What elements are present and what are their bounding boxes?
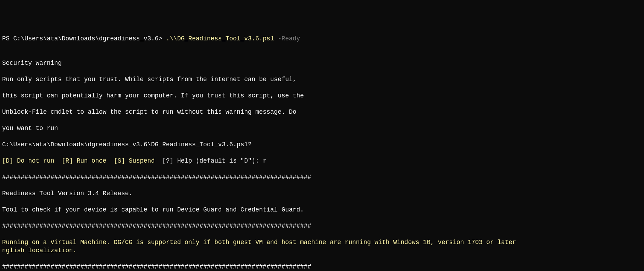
terminal-output[interactable]: PS C:\Users\ata\Downloads\dgreadiness_v3… <box>2 35 642 271</box>
tool-description: Tool to check if your device is capable … <box>2 206 642 214</box>
divider: ########################################… <box>2 222 642 230</box>
security-warning-title: Security warning <box>2 59 642 67</box>
divider: ########################################… <box>2 173 642 181</box>
security-warning-path: C:\Users\ata\Downloads\dgreadiness_v3.6\… <box>2 141 642 149</box>
command-flag: -Ready <box>278 35 300 42</box>
tool-version: Readiness Tool Version 3.4 Release. <box>2 190 642 198</box>
vm-warning: Running on a Virtual Machine. DG/CG is s… <box>2 238 642 255</box>
run-options: [D] Do not run [R] Run once [S] Suspend <box>2 157 155 164</box>
divider: ########################################… <box>2 263 642 271</box>
security-warning-text: this script can potentially harm your co… <box>2 92 642 100</box>
run-options-help: [?] Help (default is "D"): r <box>155 157 267 164</box>
ps-prompt-prefix: PS C:\Users\ata\Downloads\dgreadiness_v3… <box>2 35 166 42</box>
security-warning-text: you want to run <box>2 124 642 132</box>
security-warning-text: Run only scripts that you trust. While s… <box>2 75 642 84</box>
command-text: .\\DG_Readiness_Tool_v3.6.ps1 <box>166 35 278 42</box>
security-warning-text: Unblock-File cmdlet to allow the script … <box>2 108 642 116</box>
